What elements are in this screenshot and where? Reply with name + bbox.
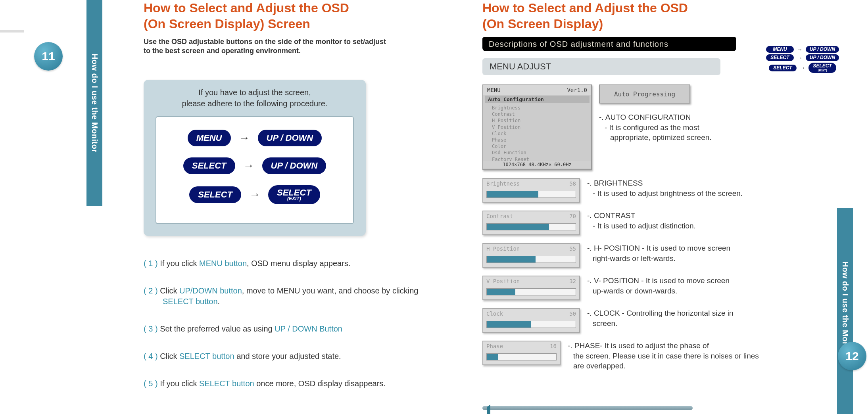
step3-num: ( 3 ) bbox=[144, 324, 160, 333]
step2-d: SELECT button bbox=[163, 297, 218, 306]
menu-item: H Position bbox=[492, 117, 590, 124]
slider-row: Contrast70-. CONTRAST- It is used to adj… bbox=[482, 211, 760, 235]
arrow-right-icon: → bbox=[243, 159, 254, 172]
title-line2: (On Screen Display) Screen bbox=[144, 17, 310, 31]
slider-desc-body: right-wards or left-wards. bbox=[593, 253, 730, 264]
side-tab-label-right: How do I use the Monitor bbox=[837, 208, 853, 414]
step4-a: Click bbox=[160, 352, 179, 360]
mini-flow-diagram: MENU → UP / DOWN SELECT → UP / DOWN SELE… bbox=[757, 46, 848, 75]
step-3: ( 3 ) Set the preferred value as using U… bbox=[144, 324, 421, 334]
rtitle-b: (On Screen Display) bbox=[482, 17, 603, 31]
auto-desc-b: - It is configured as the most bbox=[605, 123, 712, 133]
rtitle-a: How to Select and Adjust the OSD bbox=[482, 1, 688, 15]
slider-label: V Position bbox=[486, 278, 520, 284]
auto-config-desc: -. AUTO CONFIGURATION - It is configured… bbox=[599, 112, 712, 143]
step5-num: ( 5 ) bbox=[144, 379, 160, 388]
right-page: How to Select and Adjust the OSD (On Scr… bbox=[482, 0, 760, 379]
slider-row: V Position32-. V- POSITION - It is used … bbox=[482, 276, 760, 300]
step4-c: and store your adjusted state. bbox=[234, 352, 341, 360]
arrow-right-icon: → bbox=[797, 46, 803, 53]
arrow-right-icon: → bbox=[800, 65, 805, 71]
slider-desc: -. BRIGHTNESS- It is used to adjust brig… bbox=[587, 178, 743, 198]
slider-screenshot: Clock50 bbox=[482, 308, 580, 333]
auto-desc-a: -. AUTO CONFIGURATION bbox=[599, 112, 712, 123]
page-number-right: 12 bbox=[838, 342, 866, 370]
mini-pill-select2: SELECT bbox=[769, 65, 797, 71]
menu-item: Clock bbox=[492, 130, 590, 137]
sliders-section: Brightness58-. BRIGHTNESS- It is used to… bbox=[482, 178, 760, 371]
osd-menu-screenshot: MENU Ver1.0 Auto Configuration Brightnes… bbox=[482, 84, 592, 170]
arrow-right-icon: → bbox=[249, 188, 260, 201]
slider-row: H Position55-. H- POSITION - It is used … bbox=[482, 243, 760, 268]
step2-a: Click bbox=[160, 286, 179, 295]
intro-text: Use the OSD adjustable buttons on the si… bbox=[144, 37, 390, 56]
step5-a: If you click bbox=[160, 379, 199, 388]
mini-pill-select: SELECT bbox=[766, 54, 794, 61]
step3-a: Set the preferred value as using bbox=[160, 324, 275, 333]
slider-row: Phase16-. PHASE- It is used to adjust th… bbox=[482, 341, 760, 371]
side-tab-left: How do I use the Monitor bbox=[86, 0, 102, 206]
menu-hdr-right: Ver1.0 bbox=[567, 87, 587, 93]
arrow-right-icon: → bbox=[797, 55, 803, 61]
page-number-left: 11 bbox=[34, 42, 63, 71]
menu-list: Brightness Contrast H Position V Positio… bbox=[483, 104, 591, 170]
horizontal-scrollbar[interactable] bbox=[482, 406, 693, 410]
mini-exit-a: SELECT bbox=[813, 63, 832, 69]
pill-updown: UP / DOWN bbox=[258, 130, 322, 146]
pill-select2: SELECT bbox=[189, 186, 241, 203]
slider-label: Phase bbox=[486, 343, 503, 349]
slider-desc: -. CLOCK - Controlling the horizontal si… bbox=[587, 308, 734, 328]
slider-screenshot: V Position32 bbox=[482, 276, 580, 300]
step1-a: If you click bbox=[160, 259, 199, 268]
mini-pill-updown2: UP / DOWN bbox=[806, 54, 839, 61]
menu-screenshot-row: MENU Ver1.0 Auto Configuration Brightnes… bbox=[482, 84, 760, 170]
slider-label: Contrast bbox=[486, 213, 513, 219]
steps-list: ( 1 ) If you click MENU button, OSD menu… bbox=[144, 258, 421, 389]
slider-desc-title: -. CLOCK - Controlling the horizontal si… bbox=[587, 308, 734, 318]
step4-b: SELECT button bbox=[179, 352, 234, 360]
step2-c: , move to MENU you want, and choose by c… bbox=[242, 286, 419, 295]
step2-b: UP/DOWN button bbox=[179, 286, 242, 295]
menu-item: Brightness bbox=[492, 105, 590, 111]
mini-pill-menu: MENU bbox=[766, 46, 794, 53]
slider-value: 58 bbox=[569, 180, 576, 187]
slider-desc-body: - It is used to adjust distinction. bbox=[593, 221, 696, 231]
slider-desc-title: -. PHASE- It is used to adjust the phase… bbox=[568, 341, 760, 351]
slider-value: 16 bbox=[550, 343, 557, 349]
slider-row: Clock50-. CLOCK - Controlling the horizo… bbox=[482, 308, 760, 333]
slider-desc: -. H- POSITION - It is used to move scre… bbox=[587, 243, 730, 263]
menu-item: Phase bbox=[492, 137, 590, 143]
slider-label: H Position bbox=[486, 245, 520, 252]
slider-desc: -. CONTRAST- It is used to adjust distin… bbox=[587, 211, 696, 231]
auto-progressing-box: Auto Progressing bbox=[599, 84, 690, 104]
step-2: ( 2 ) Click UP/DOWN button, move to MENU… bbox=[144, 286, 421, 307]
side-tab-right: How do I use the Monitor bbox=[837, 208, 853, 414]
slider-desc-title: -. CONTRAST bbox=[587, 211, 696, 221]
step4-num: ( 4 ) bbox=[144, 352, 160, 360]
mini-pill-select-exit: SELECT (EXIT) bbox=[808, 63, 836, 73]
side-tab-label: How do I use the Monitor bbox=[86, 0, 102, 206]
slider-desc: -. V- POSITION - It is used to move scre… bbox=[587, 276, 730, 296]
title-line1: How to Select and Adjust the OSD bbox=[144, 1, 349, 15]
section-header-grey: MENU ADJUST bbox=[482, 58, 720, 75]
slider-desc: -. PHASE- It is used to adjust the phase… bbox=[568, 341, 760, 371]
menu-item: V Position bbox=[492, 124, 590, 130]
slider-row: Brightness58-. BRIGHTNESS- It is used to… bbox=[482, 178, 760, 203]
slider-screenshot: Contrast70 bbox=[482, 211, 580, 235]
slider-desc-title: -. V- POSITION - It is used to move scre… bbox=[587, 276, 730, 286]
menu-footer: 1024×768 48.4KHz× 60.0Hz bbox=[483, 161, 591, 168]
slider-value: 32 bbox=[569, 278, 576, 284]
procedure-card: If you have to adjust the screen, please… bbox=[144, 80, 366, 236]
menu-highlight: Auto Configuration bbox=[485, 96, 590, 103]
arrow-right-icon: → bbox=[239, 132, 250, 144]
pill-select: SELECT bbox=[183, 157, 235, 174]
left-page: How to Select and Adjust the OSD (On Scr… bbox=[144, 0, 421, 406]
page-title-left: How to Select and Adjust the OSD (On Scr… bbox=[144, 0, 421, 32]
step2-e: . bbox=[218, 297, 220, 306]
card-lead-a: If you have to adjust the screen, bbox=[198, 88, 311, 97]
step2-num: ( 2 ) bbox=[144, 286, 160, 295]
slider-value: 55 bbox=[569, 245, 576, 252]
step3-b: UP / DOWN Button bbox=[275, 324, 342, 333]
page-title-right: How to Select and Adjust the OSD (On Scr… bbox=[482, 0, 760, 32]
card-lead: If you have to adjust the screen, please… bbox=[156, 87, 354, 109]
